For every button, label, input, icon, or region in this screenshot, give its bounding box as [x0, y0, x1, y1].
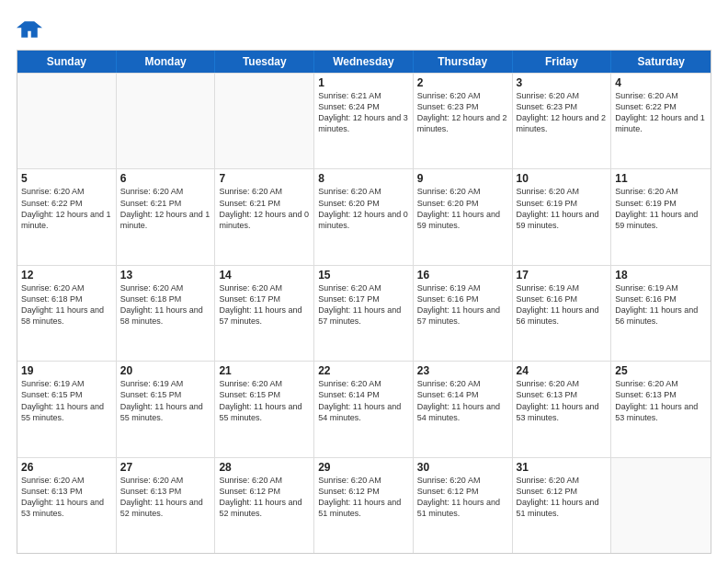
day-info: Sunrise: 6:20 AMSunset: 6:12 PMDaylight:…	[517, 475, 608, 520]
day-number: 24	[517, 364, 608, 377]
day-number: 21	[219, 364, 310, 377]
day-number: 12	[21, 269, 112, 282]
header-day-thursday: Thursday	[414, 51, 513, 73]
day-info: Sunrise: 6:20 AMSunset: 6:19 PMDaylight:…	[517, 186, 608, 231]
calendar-day-15: 15Sunrise: 6:20 AMSunset: 6:17 PMDayligh…	[314, 266, 414, 361]
day-info: Sunrise: 6:20 AMSunset: 6:23 PMDaylight:…	[517, 90, 608, 135]
calendar-day-empty	[215, 74, 314, 168]
calendar-day-9: 9Sunrise: 6:20 AMSunset: 6:20 PMDaylight…	[414, 169, 513, 264]
day-number: 22	[318, 364, 409, 377]
calendar-day-28: 28Sunrise: 6:20 AMSunset: 6:12 PMDayligh…	[215, 458, 314, 553]
calendar-day-8: 8Sunrise: 6:20 AMSunset: 6:20 PMDaylight…	[314, 169, 414, 264]
calendar-day-empty	[17, 74, 117, 168]
calendar-day-1: 1Sunrise: 6:21 AMSunset: 6:24 PMDaylight…	[314, 74, 414, 168]
day-info: Sunrise: 6:19 AMSunset: 6:16 PMDaylight:…	[615, 282, 707, 327]
header-day-tuesday: Tuesday	[215, 51, 314, 73]
calendar-day-17: 17Sunrise: 6:19 AMSunset: 6:16 PMDayligh…	[513, 266, 612, 361]
header-day-saturday: Saturday	[611, 51, 711, 73]
day-number: 1	[318, 76, 409, 89]
header-day-monday: Monday	[117, 51, 216, 73]
day-info: Sunrise: 6:20 AMSunset: 6:18 PMDaylight:…	[21, 282, 112, 327]
calendar-day-30: 30Sunrise: 6:20 AMSunset: 6:12 PMDayligh…	[414, 458, 513, 553]
day-number: 15	[318, 269, 409, 282]
calendar-day-25: 25Sunrise: 6:20 AMSunset: 6:13 PMDayligh…	[611, 362, 711, 456]
calendar-day-16: 16Sunrise: 6:19 AMSunset: 6:16 PMDayligh…	[414, 266, 513, 361]
calendar-week-4: 19Sunrise: 6:19 AMSunset: 6:15 PMDayligh…	[17, 361, 711, 456]
day-info: Sunrise: 6:20 AMSunset: 6:13 PMDaylight:…	[120, 475, 211, 520]
day-number: 26	[21, 461, 112, 474]
header-day-sunday: Sunday	[17, 51, 117, 73]
calendar-day-13: 13Sunrise: 6:20 AMSunset: 6:18 PMDayligh…	[117, 266, 216, 361]
day-number: 25	[615, 364, 707, 377]
calendar-day-2: 2Sunrise: 6:20 AMSunset: 6:23 PMDaylight…	[414, 74, 513, 168]
day-number: 13	[120, 269, 211, 282]
day-info: Sunrise: 6:19 AMSunset: 6:15 PMDaylight:…	[120, 378, 211, 423]
day-number: 2	[417, 76, 508, 89]
day-info: Sunrise: 6:20 AMSunset: 6:15 PMDaylight:…	[219, 378, 310, 423]
day-number: 18	[615, 269, 707, 282]
header	[17, 17, 711, 42]
calendar-day-24: 24Sunrise: 6:20 AMSunset: 6:13 PMDayligh…	[513, 362, 612, 456]
day-info: Sunrise: 6:20 AMSunset: 6:13 PMDaylight:…	[21, 475, 112, 520]
day-number: 11	[615, 172, 707, 185]
day-info: Sunrise: 6:20 AMSunset: 6:21 PMDaylight:…	[219, 186, 310, 231]
calendar-day-18: 18Sunrise: 6:19 AMSunset: 6:16 PMDayligh…	[611, 266, 711, 361]
day-info: Sunrise: 6:20 AMSunset: 6:12 PMDaylight:…	[219, 475, 310, 520]
calendar-day-5: 5Sunrise: 6:20 AMSunset: 6:22 PMDaylight…	[17, 169, 117, 264]
calendar-day-6: 6Sunrise: 6:20 AMSunset: 6:21 PMDaylight…	[117, 169, 216, 264]
calendar-week-2: 5Sunrise: 6:20 AMSunset: 6:22 PMDaylight…	[17, 168, 711, 264]
day-number: 31	[517, 461, 608, 474]
day-info: Sunrise: 6:20 AMSunset: 6:12 PMDaylight:…	[318, 475, 409, 520]
day-info: Sunrise: 6:20 AMSunset: 6:23 PMDaylight:…	[417, 90, 508, 135]
day-number: 9	[417, 172, 508, 185]
day-number: 14	[219, 269, 310, 282]
day-info: Sunrise: 6:20 AMSunset: 6:17 PMDaylight:…	[318, 282, 409, 327]
day-info: Sunrise: 6:20 AMSunset: 6:21 PMDaylight:…	[120, 186, 211, 231]
calendar-day-29: 29Sunrise: 6:20 AMSunset: 6:12 PMDayligh…	[314, 458, 414, 553]
day-info: Sunrise: 6:20 AMSunset: 6:20 PMDaylight:…	[417, 186, 508, 231]
svg-marker-0	[17, 21, 42, 38]
calendar-day-4: 4Sunrise: 6:20 AMSunset: 6:22 PMDaylight…	[611, 74, 711, 168]
calendar-day-20: 20Sunrise: 6:19 AMSunset: 6:15 PMDayligh…	[117, 362, 216, 456]
day-number: 17	[517, 269, 608, 282]
day-number: 6	[120, 172, 211, 185]
logo-icon	[17, 17, 42, 42]
day-number: 29	[318, 461, 409, 474]
day-info: Sunrise: 6:20 AMSunset: 6:22 PMDaylight:…	[615, 90, 707, 135]
day-number: 3	[517, 76, 608, 89]
calendar-day-21: 21Sunrise: 6:20 AMSunset: 6:15 PMDayligh…	[215, 362, 314, 456]
day-number: 7	[219, 172, 310, 185]
day-info: Sunrise: 6:19 AMSunset: 6:16 PMDaylight:…	[517, 282, 608, 327]
day-info: Sunrise: 6:20 AMSunset: 6:22 PMDaylight:…	[21, 186, 112, 231]
day-number: 23	[417, 364, 508, 377]
day-number: 8	[318, 172, 409, 185]
day-number: 30	[417, 461, 508, 474]
calendar-week-1: 1Sunrise: 6:21 AMSunset: 6:24 PMDaylight…	[17, 73, 711, 168]
logo	[17, 17, 46, 42]
day-info: Sunrise: 6:20 AMSunset: 6:20 PMDaylight:…	[318, 186, 409, 231]
day-number: 16	[417, 269, 508, 282]
page: SundayMondayTuesdayWednesdayThursdayFrid…	[0, 0, 728, 563]
calendar-week-5: 26Sunrise: 6:20 AMSunset: 6:13 PMDayligh…	[17, 457, 711, 553]
calendar-day-7: 7Sunrise: 6:20 AMSunset: 6:21 PMDaylight…	[215, 169, 314, 264]
calendar-header: SundayMondayTuesdayWednesdayThursdayFrid…	[17, 51, 711, 73]
calendar-day-12: 12Sunrise: 6:20 AMSunset: 6:18 PMDayligh…	[17, 266, 117, 361]
calendar: SundayMondayTuesdayWednesdayThursdayFrid…	[17, 50, 711, 554]
day-info: Sunrise: 6:20 AMSunset: 6:19 PMDaylight:…	[615, 186, 707, 231]
day-info: Sunrise: 6:20 AMSunset: 6:12 PMDaylight:…	[417, 475, 508, 520]
day-info: Sunrise: 6:19 AMSunset: 6:15 PMDaylight:…	[21, 378, 112, 423]
day-number: 5	[21, 172, 112, 185]
calendar-week-3: 12Sunrise: 6:20 AMSunset: 6:18 PMDayligh…	[17, 265, 711, 361]
calendar-day-23: 23Sunrise: 6:20 AMSunset: 6:14 PMDayligh…	[414, 362, 513, 456]
calendar-day-empty	[611, 458, 711, 553]
day-number: 27	[120, 461, 211, 474]
day-info: Sunrise: 6:20 AMSunset: 6:14 PMDaylight:…	[318, 378, 409, 423]
calendar-day-22: 22Sunrise: 6:20 AMSunset: 6:14 PMDayligh…	[314, 362, 414, 456]
day-number: 28	[219, 461, 310, 474]
day-number: 19	[21, 364, 112, 377]
calendar-day-10: 10Sunrise: 6:20 AMSunset: 6:19 PMDayligh…	[513, 169, 612, 264]
calendar-day-31: 31Sunrise: 6:20 AMSunset: 6:12 PMDayligh…	[513, 458, 612, 553]
calendar-body: 1Sunrise: 6:21 AMSunset: 6:24 PMDaylight…	[17, 73, 711, 553]
calendar-day-26: 26Sunrise: 6:20 AMSunset: 6:13 PMDayligh…	[17, 458, 117, 553]
day-info: Sunrise: 6:20 AMSunset: 6:17 PMDaylight:…	[219, 282, 310, 327]
